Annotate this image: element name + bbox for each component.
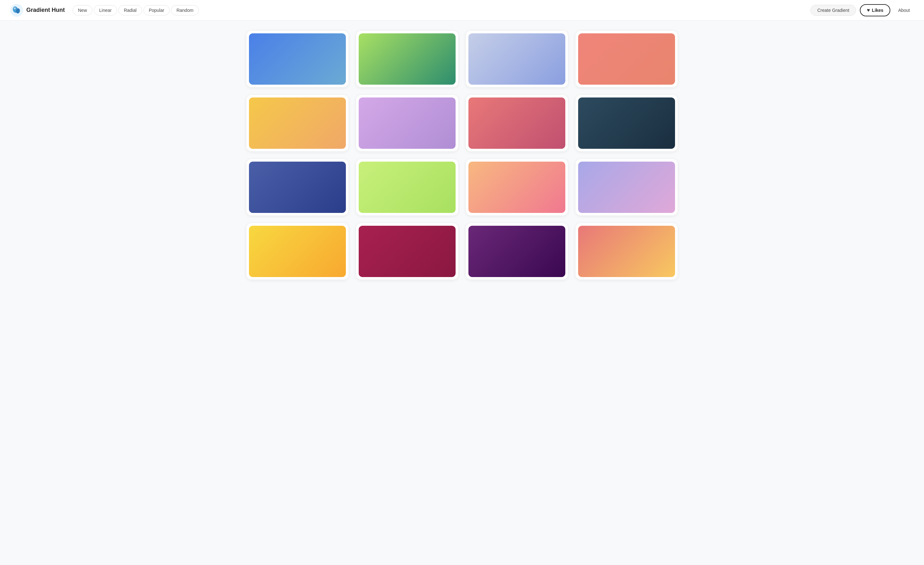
main-nav: New Linear Radial Popular Random bbox=[72, 5, 199, 15]
gradient-swatch bbox=[359, 97, 456, 149]
create-gradient-button[interactable]: Create Gradient bbox=[810, 5, 856, 16]
gradient-swatch bbox=[468, 162, 565, 213]
likes-label: Likes bbox=[872, 8, 884, 13]
gradient-swatch bbox=[468, 33, 565, 85]
header-left: Gradient Hunt New Linear Radial Popular … bbox=[10, 4, 199, 16]
gradient-card[interactable] bbox=[356, 223, 458, 280]
gradient-swatch bbox=[578, 162, 675, 213]
gradient-grid bbox=[246, 31, 678, 280]
logo-icon bbox=[10, 4, 23, 16]
gradient-card[interactable] bbox=[576, 95, 678, 151]
nav-linear[interactable]: Linear bbox=[94, 5, 117, 15]
main-content bbox=[231, 21, 693, 290]
gradient-card[interactable] bbox=[466, 95, 568, 151]
gradient-swatch bbox=[249, 226, 346, 277]
about-link[interactable]: About bbox=[894, 5, 914, 15]
gradient-card[interactable] bbox=[356, 31, 458, 87]
nav-radial[interactable]: Radial bbox=[118, 5, 142, 15]
gradient-card[interactable] bbox=[466, 159, 568, 216]
header-right: Create Gradient ♥ Likes About bbox=[810, 4, 914, 16]
gradient-swatch bbox=[359, 162, 456, 213]
site-header: Gradient Hunt New Linear Radial Popular … bbox=[0, 0, 924, 21]
logo-link[interactable]: Gradient Hunt bbox=[10, 4, 65, 16]
gradient-card[interactable] bbox=[466, 31, 568, 87]
gradient-card[interactable] bbox=[466, 223, 568, 280]
svg-point-3 bbox=[14, 7, 16, 9]
gradient-card[interactable] bbox=[356, 159, 458, 216]
nav-random[interactable]: Random bbox=[171, 5, 199, 15]
gradient-swatch bbox=[249, 97, 346, 149]
gradient-swatch bbox=[249, 33, 346, 85]
gradient-swatch bbox=[578, 226, 675, 277]
nav-popular[interactable]: Popular bbox=[143, 5, 170, 15]
gradient-swatch bbox=[249, 162, 346, 213]
gradient-card[interactable] bbox=[246, 223, 348, 280]
gradient-swatch bbox=[578, 97, 675, 149]
gradient-card[interactable] bbox=[576, 223, 678, 280]
logo-text: Gradient Hunt bbox=[26, 7, 65, 13]
gradient-card[interactable] bbox=[576, 31, 678, 87]
gradient-swatch bbox=[468, 226, 565, 277]
heart-icon: ♥ bbox=[867, 7, 870, 13]
nav-new[interactable]: New bbox=[72, 5, 92, 15]
gradient-card[interactable] bbox=[356, 95, 458, 151]
gradient-card[interactable] bbox=[246, 159, 348, 216]
gradient-swatch bbox=[359, 226, 456, 277]
gradient-swatch bbox=[468, 97, 565, 149]
gradient-card[interactable] bbox=[246, 95, 348, 151]
gradient-swatch bbox=[359, 33, 456, 85]
likes-button[interactable]: ♥ Likes bbox=[860, 4, 890, 16]
gradient-card[interactable] bbox=[576, 159, 678, 216]
gradient-card[interactable] bbox=[246, 31, 348, 87]
gradient-swatch bbox=[578, 33, 675, 85]
